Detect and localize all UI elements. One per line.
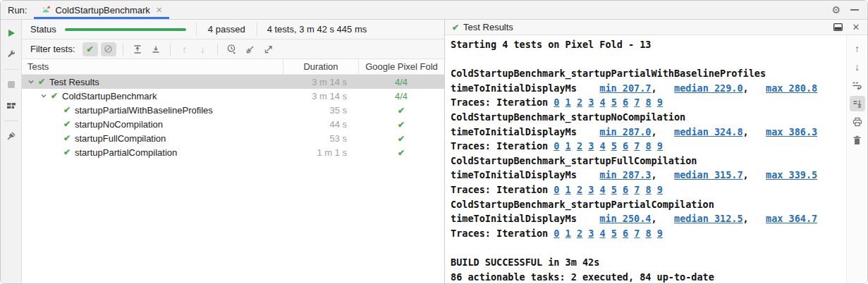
show-passed-icon[interactable]: ✔ [82, 42, 98, 56]
console-link[interactable]: max 339.5 [766, 169, 817, 180]
console-link[interactable]: 2 [577, 97, 582, 108]
console-link[interactable]: 4 [599, 140, 605, 152]
console-text [617, 97, 623, 108]
print-icon[interactable] [850, 114, 865, 130]
tree-row[interactable]: ✔startupFullCompilation53 s✔ [22, 131, 444, 145]
console-link[interactable]: min 250.4 [599, 213, 651, 224]
show-ignored-icon[interactable] [101, 42, 116, 56]
console-link[interactable]: 4 [599, 228, 605, 239]
pin-icon[interactable] [4, 128, 19, 144]
result-cell: ✔ [358, 147, 444, 158]
console-text: , [743, 213, 766, 224]
console-text [582, 140, 588, 152]
console-link[interactable]: 6 [623, 184, 628, 195]
chevron-down-icon[interactable] [26, 78, 36, 85]
close-console-icon[interactable]: ✕ [849, 21, 863, 34]
tree-row[interactable]: ✔ColdStartupBenchmark3 m 14 s4/4 [22, 89, 444, 103]
console-link[interactable]: 2 [577, 228, 582, 239]
tree-row[interactable]: ✔Test Results3 m 14 s4/4 [22, 75, 444, 89]
console-link[interactable]: 8 [646, 184, 652, 195]
console-text [652, 140, 657, 152]
console-link[interactable]: 6 [623, 140, 628, 152]
tab-coldstartupbenchmark[interactable]: ColdStartupBenchmark ✕ [34, 1, 169, 19]
console-link[interactable]: median 229.0 [674, 82, 743, 94]
console-text [559, 228, 565, 239]
console-line: ColdStartupBenchmark_startupPartialWithB… [451, 66, 846, 81]
console-link[interactable]: 1 [566, 228, 571, 239]
console-text [571, 140, 577, 152]
console-text: Starting 4 tests on Pixel Fold - 13 [451, 39, 651, 50]
console-link[interactable]: 5 [611, 184, 617, 195]
collapse-all-icon[interactable] [148, 42, 164, 56]
passed-check-icon: ✔ [398, 120, 405, 130]
expand-all-icon[interactable] [130, 42, 145, 56]
next-occurrence-icon: ↓ [195, 42, 211, 56]
console-link[interactable]: 9 [657, 140, 663, 152]
console-link[interactable]: 5 [611, 228, 617, 239]
rerun-icon[interactable] [4, 25, 19, 41]
tree-row[interactable]: ✔startupPartialCompilation1 m 1 s✔ [22, 145, 444, 159]
column-device[interactable]: Google Pixel Fold [358, 59, 444, 74]
import-results-icon[interactable] [243, 42, 258, 56]
console-text: , [651, 126, 674, 137]
duration-cell: 44 s [283, 119, 358, 130]
console-link[interactable]: median 315.7 [674, 169, 743, 180]
console-link[interactable]: 1 [566, 140, 571, 152]
export-results-icon[interactable] [261, 42, 276, 56]
console-link[interactable]: min 287.3 [599, 169, 651, 180]
console-link[interactable]: 2 [577, 140, 582, 152]
tab-close-icon[interactable]: ✕ [156, 6, 162, 15]
scroll-down-icon[interactable]: ↓ [850, 59, 865, 75]
layout-icon[interactable] [4, 98, 19, 113]
console-link[interactable]: 1 [566, 97, 571, 108]
console-link[interactable]: median 324.8 [674, 126, 743, 137]
console-link[interactable]: 8 [646, 228, 652, 239]
tree-row[interactable]: ✔startupPartialWithBaselineProfiles35 s✔ [22, 103, 444, 117]
console-panel: ✔ Test Results ✕ Starting 4 tests on Pix… [445, 20, 867, 283]
column-duration[interactable]: Duration [283, 59, 358, 74]
console-link[interactable]: 9 [657, 184, 663, 195]
wrench-icon[interactable] [4, 47, 19, 62]
test-name: startupPartialWithBaselineProfiles [73, 105, 213, 116]
console-link[interactable]: max 364.7 [766, 213, 817, 224]
console-text [582, 97, 588, 108]
console-link[interactable]: 5 [611, 140, 617, 152]
console-text: ColdStartupBenchmark_startupPartialCompi… [451, 199, 714, 210]
console-link[interactable]: 1 [566, 184, 571, 195]
tree-row[interactable]: ✔startupNoCompilation44 s✔ [22, 117, 444, 131]
soft-wrap-icon[interactable] [850, 78, 865, 93]
console-link[interactable]: 6 [623, 228, 628, 239]
console-link[interactable]: 9 [657, 228, 663, 239]
console-link[interactable]: 4 [599, 97, 605, 108]
console-link[interactable]: 8 [646, 97, 652, 108]
console-text: , [743, 82, 766, 94]
test-tree: Tests Duration Google Pixel Fold ✔Test R… [22, 59, 444, 283]
scroll-to-end-icon[interactable] [850, 96, 865, 111]
hide-window-icon[interactable] [850, 9, 859, 11]
console-link[interactable]: 4 [599, 184, 605, 195]
console-link[interactable]: 9 [657, 97, 663, 108]
console-output: Starting 4 tests on Pixel Fold - 13 Cold… [445, 35, 846, 283]
duration-cell: 1 m 1 s [283, 147, 358, 158]
passed-check-icon: ✔ [398, 106, 405, 116]
console-link[interactable]: min 207.7 [599, 82, 651, 94]
console-link[interactable]: 2 [577, 184, 582, 195]
window-bottom-icon[interactable] [831, 21, 845, 34]
column-tests[interactable]: Tests [22, 59, 283, 74]
console-link[interactable]: min 287.0 [599, 126, 651, 137]
console-link[interactable]: median 312.5 [674, 213, 743, 224]
run-label: Run: [1, 5, 34, 16]
console-link[interactable]: max 386.3 [766, 126, 817, 137]
console-link[interactable]: 8 [646, 140, 652, 152]
chevron-down-icon[interactable] [39, 92, 49, 99]
console-link[interactable]: max 280.8 [766, 82, 817, 94]
scroll-up-icon[interactable]: ↑ [850, 41, 865, 56]
console-text: Traces: Iteration [451, 97, 554, 108]
clear-console-icon[interactable] [850, 132, 865, 148]
gear-icon[interactable]: ⚙ [831, 4, 841, 16]
console-header: ✔ Test Results ✕ [445, 20, 867, 35]
console-link[interactable]: 6 [623, 97, 628, 108]
test-history-icon[interactable] [224, 42, 240, 56]
console-link[interactable]: 5 [611, 97, 617, 108]
duration-cell: 35 s [283, 105, 358, 116]
